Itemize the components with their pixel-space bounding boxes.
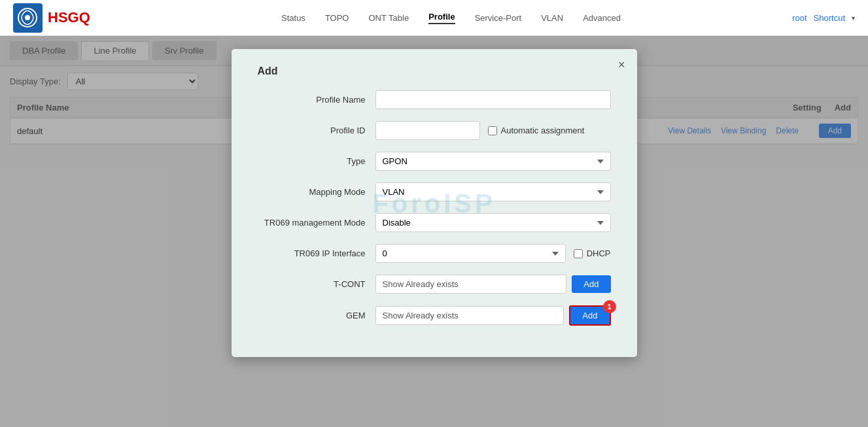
mapping-mode-label: Mapping Mode — [258, 187, 375, 197]
modal-close-button[interactable]: × — [618, 59, 625, 71]
type-label: Type — [258, 156, 375, 166]
form-row-profile-name: Profile Name — [258, 90, 611, 109]
tr069-management-label: TR069 management Mode — [258, 218, 375, 228]
nav-status[interactable]: Status — [281, 13, 305, 23]
gem-badge: 1 — [603, 300, 616, 313]
form-row-type: Type GPON EPON — [258, 152, 611, 171]
nav-user: root — [792, 13, 807, 23]
form-row-tr069-management: TR069 management Mode Disable Enable — [258, 213, 611, 232]
profile-id-label: Profile ID — [258, 126, 375, 135]
automatic-assignment-label: Automatic assignment — [501, 126, 585, 135]
main-nav: Status TOPO ONT Table Profile Service-Po… — [110, 12, 792, 24]
tr069-management-select[interactable]: Disable Enable — [375, 213, 611, 232]
profile-name-label: Profile Name — [258, 95, 375, 105]
t-cont-add-button[interactable]: Add — [572, 275, 610, 293]
nav-vlan[interactable]: VLAN — [541, 13, 563, 23]
nav-service-port[interactable]: Service-Port — [475, 13, 522, 23]
logo-icon — [13, 3, 43, 33]
add-modal: ForoISP Add × Profile Name Profile ID Au… — [232, 49, 637, 357]
nav-ont-table[interactable]: ONT Table — [368, 13, 409, 23]
modal-overlay: ForoISP Add × Profile Name Profile ID Au… — [0, 36, 868, 427]
nav-profile[interactable]: Profile — [428, 12, 455, 24]
form-row-mapping-mode: Mapping Mode VLAN GEM — [258, 182, 611, 201]
gem-input-row: Show Already exists Add 1 — [375, 305, 611, 326]
main-content: DBA Profile Line Profile Srv Profile Dis… — [0, 36, 868, 427]
automatic-assignment-checkbox[interactable] — [488, 126, 497, 135]
profile-id-input[interactable] — [375, 121, 480, 140]
form-row-tr069-ip: TR069 IP Interface 0 1 2 DHCP — [258, 244, 611, 263]
t-cont-show-exists-button[interactable]: Show Already exists — [375, 275, 567, 294]
type-select[interactable]: GPON EPON — [375, 152, 611, 171]
form-row-profile-id: Profile ID Automatic assignment — [258, 121, 611, 140]
mapping-mode-select[interactable]: VLAN GEM — [375, 182, 611, 201]
nav-topo[interactable]: TOPO — [325, 13, 349, 23]
chevron-down-icon[interactable]: ▾ — [852, 14, 855, 22]
svg-point-2 — [25, 15, 30, 20]
gem-label: GEM — [258, 311, 375, 320]
profile-name-input[interactable] — [375, 90, 611, 109]
dhcp-checkbox[interactable] — [574, 249, 583, 258]
modal-title: Add — [258, 65, 611, 77]
t-cont-input-row: Show Already exists Add — [375, 275, 611, 294]
gem-add-button-wrapper: Add 1 — [569, 305, 610, 326]
t-cont-label: T-CONT — [258, 279, 375, 289]
tr069-ip-select[interactable]: 0 1 2 — [375, 244, 566, 263]
automatic-assignment-group: Automatic assignment — [488, 126, 585, 135]
nav-shortcut[interactable]: Shortcut — [814, 13, 845, 23]
dhcp-group: DHCP — [574, 248, 611, 258]
gem-show-exists-button[interactable]: Show Already exists — [375, 306, 564, 325]
logo-text: HSGQ — [48, 9, 90, 26]
nav-advanced[interactable]: Advanced — [583, 13, 621, 23]
dhcp-label: DHCP — [587, 248, 611, 258]
nav-right: root Shortcut ▾ — [792, 13, 855, 23]
form-row-gem: GEM Show Already exists Add 1 — [258, 305, 611, 326]
logo: HSGQ — [13, 3, 90, 33]
form-row-t-cont: T-CONT Show Already exists Add — [258, 275, 611, 294]
tr069-ip-label: TR069 IP Interface — [258, 248, 375, 258]
